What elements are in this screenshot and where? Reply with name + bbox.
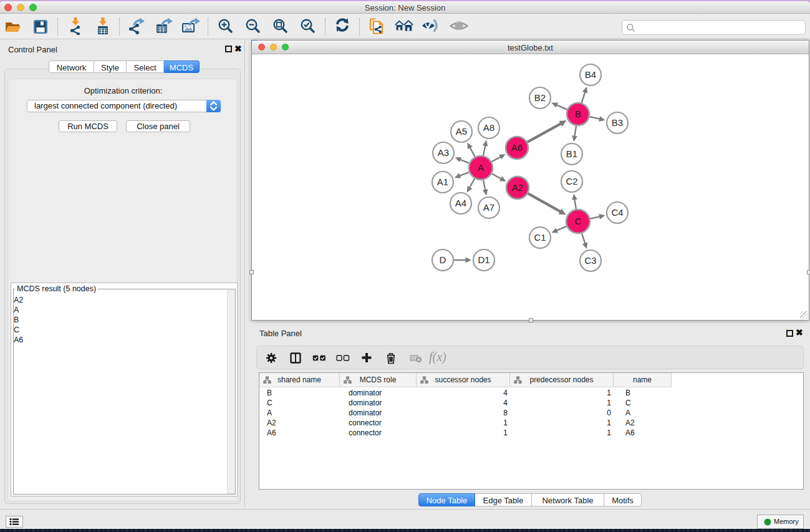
svg-text:D: D: [440, 254, 446, 265]
svg-text:C4: C4: [611, 207, 623, 218]
svg-text:A5: A5: [456, 126, 467, 137]
svg-text:D1: D1: [478, 254, 489, 265]
svg-text:A8: A8: [483, 122, 494, 133]
svg-text:B: B: [575, 109, 581, 119]
svg-text:A3: A3: [438, 147, 449, 158]
svg-text:B2: B2: [534, 92, 546, 103]
svg-text:A7: A7: [483, 202, 494, 213]
svg-text:B3: B3: [612, 117, 623, 128]
svg-text:A1: A1: [437, 177, 448, 187]
svg-text:A6: A6: [511, 142, 523, 153]
svg-text:C: C: [575, 216, 582, 226]
svg-text:B1: B1: [566, 148, 577, 159]
svg-text:B4: B4: [585, 69, 596, 80]
svg-text:A: A: [478, 162, 484, 173]
svg-text:C3: C3: [584, 255, 596, 266]
svg-text:C1: C1: [534, 232, 546, 243]
svg-text:A2: A2: [512, 182, 523, 193]
svg-text:A4: A4: [455, 198, 466, 208]
svg-text:C2: C2: [566, 176, 577, 186]
